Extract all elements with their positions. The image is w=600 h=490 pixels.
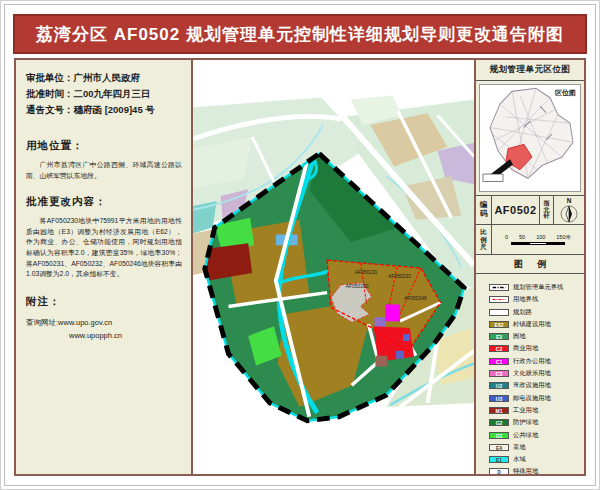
parcel-label: AF050232 <box>388 274 411 279</box>
locmap-title: 规划管理单元区位图 <box>476 60 584 81</box>
legend-item: C3 文化娱乐用地 <box>489 369 582 378</box>
parcel-label: AF050246 <box>404 296 427 301</box>
code-label-cell: 编码 <box>476 196 492 224</box>
legend-swatch: M1 <box>489 407 509 414</box>
legend-label: 工业用地 <box>513 406 538 415</box>
changes-paragraph: 将AF050230地块中75991平方米用地的用地性质由园地（E3）调整为村经济… <box>26 216 182 280</box>
approval-unit-value: 广州市人民政府 <box>74 72 141 83</box>
legend-label: 村镇建设用地 <box>513 320 551 329</box>
legend-item: E4 菜地 <box>489 443 582 452</box>
legend-label: 邮电设施用地 <box>513 394 551 403</box>
svg-text:N: N <box>567 197 572 204</box>
approval-unit-line: 审批单位：广州市人民政府 <box>26 70 182 86</box>
legend-swatch: C2 <box>489 345 509 352</box>
legend-swatch: U3 <box>489 395 509 402</box>
query-url-1: www.upo.gov.cn <box>58 318 112 328</box>
location-map-svg <box>480 85 580 191</box>
legend-item: C1 行政办公用地 <box>489 357 582 366</box>
legend-item: U3 邮电设施用地 <box>489 394 582 403</box>
code-value: AF0502 <box>492 196 540 224</box>
approval-date-line: 批准时间：二00九年四月三日 <box>26 86 182 102</box>
legend-list: 规划管理单元界线 用地界线 规划路 E62 村镇建设用地 E3 <box>476 274 584 474</box>
scale-label-cell: 比例尺 <box>476 225 492 254</box>
legend-label: 菜地 <box>513 443 526 452</box>
legend-item: E3 园地 <box>489 332 582 341</box>
notice-number-value: 穗府函 [2009]45 号 <box>74 104 155 115</box>
legend-label: 防护绿地 <box>513 418 538 427</box>
legend-item: 规划管理单元界线 <box>489 283 582 292</box>
approval-date-label: 批准时间： <box>26 88 74 99</box>
legend-label: 商业用地 <box>513 344 538 353</box>
legend-swatch: U2 <box>489 382 509 389</box>
planning-map-svg: AF050231 AF050232 AF050230 AF050246 <box>193 60 474 474</box>
legend-item: E62 村镇建设用地 <box>489 320 582 329</box>
legend-swatch: C1 <box>489 358 509 365</box>
query-url-2: www.upopph.cn <box>26 331 182 340</box>
scale-ticks: 0 50 100 150米 <box>505 234 571 241</box>
scale-bar-segments <box>511 242 565 245</box>
right-panel: 规划管理单元区位图 <box>474 60 584 474</box>
legend-item: C2 商业用地 <box>489 344 582 353</box>
scale-tick: 100 <box>536 234 545 241</box>
content-area: 审批单位：广州市人民政府 批准时间：二00九年四月三日 通告文号：穗府函 [20… <box>14 58 586 476</box>
locmap-corner-label: 区位图 <box>555 88 576 98</box>
legend-label: 行政办公用地 <box>513 357 551 366</box>
approval-unit-label: 审批单位： <box>26 72 74 83</box>
north-arrow-icon: N <box>557 195 581 225</box>
legend-swatch <box>489 309 509 316</box>
legend-swatch: G2 <box>489 419 509 426</box>
compass-cell: N <box>554 196 584 224</box>
legend-item: U2 市政设施用地 <box>489 381 582 390</box>
code-label: 编码 <box>480 201 488 218</box>
scale-tick: 0 <box>505 234 508 241</box>
legend-label: 特殊用地 <box>513 467 538 474</box>
legend-item: D 特殊用地 <box>489 467 582 474</box>
scale-bar: 0 50 100 150米 <box>492 225 584 254</box>
unit-boundary-line-swatch <box>489 284 509 291</box>
unit-code-row: 编码 AF0502 指北针 N <box>476 195 584 225</box>
legend-item: G2 防护绿地 <box>489 418 582 427</box>
legend-label: 公共绿地 <box>513 431 538 440</box>
notice-number-label: 通告文号： <box>26 104 74 115</box>
scale-label: 比例尺 <box>480 228 487 250</box>
location-paragraph: 广州市荔湾区广中公路西侧、环城高速公路以南、山峡军营以东地段。 <box>26 160 182 181</box>
north-label: 指北针 <box>544 200 550 221</box>
legend-swatch: G1 <box>489 432 509 439</box>
approval-date-value: 二00九年四月三日 <box>74 88 151 99</box>
section-heading-notes: 附注： <box>26 295 182 309</box>
legend-swatch: C3 <box>489 370 509 377</box>
legend-label: 文化娱乐用地 <box>513 369 551 378</box>
legend-item: E1 水域 <box>489 455 582 464</box>
left-panel: 审批单位：广州市人民政府 批准时间：二00九年四月三日 通告文号：穗府函 [20… <box>16 60 193 474</box>
legend-swatch: E1 <box>489 456 509 463</box>
parcel-label: AF050231 <box>355 270 378 275</box>
scale-tick: 50 <box>519 234 525 241</box>
legend-swatch: E4 <box>489 444 509 451</box>
parcel-boundary-line-swatch <box>489 296 509 303</box>
scale-tick: 150米 <box>556 234 571 241</box>
location-map: 区位图 <box>479 84 581 192</box>
section-heading-changes: 批准更改内容： <box>26 195 182 209</box>
legend-label: 规划管理单元界线 <box>513 283 563 292</box>
legend-label: 用地界线 <box>513 295 538 304</box>
legend-swatch: D <box>489 468 509 474</box>
notice-page: 荔湾分区 AF0502 规划管理单元控制性详细规划导则更改通告附图 审批单位：广… <box>0 0 600 490</box>
legend-item: 用地界线 <box>489 295 582 304</box>
section-heading-location: 用地位置： <box>26 139 182 153</box>
scale-row: 比例尺 0 50 100 150米 <box>476 225 584 255</box>
legend-item: G1 公共绿地 <box>489 431 582 440</box>
legend-label: 规划路 <box>513 308 532 317</box>
planning-map: AF050231 AF050232 AF050230 AF050246 <box>193 60 474 474</box>
parcel-label: AF050230 <box>346 284 369 289</box>
legend-swatch: E62 <box>489 321 509 328</box>
legend-item: 规划路 <box>489 308 582 317</box>
north-label-cell: 指北针 <box>540 196 554 224</box>
query-url-label: 查询网址: <box>26 318 58 328</box>
legend-label: 市政设施用地 <box>513 381 551 390</box>
legend-label: 园地 <box>513 332 526 341</box>
page-title: 荔湾分区 AF0502 规划管理单元控制性详细规划导则更改通告附图 <box>13 14 587 54</box>
notice-number-line: 通告文号：穗府函 [2009]45 号 <box>26 102 182 118</box>
legend-title: 图 例 <box>476 255 584 274</box>
legend-item: M1 工业用地 <box>489 406 582 415</box>
query-url-line: 查询网址: www.upo.gov.cn <box>26 318 182 328</box>
